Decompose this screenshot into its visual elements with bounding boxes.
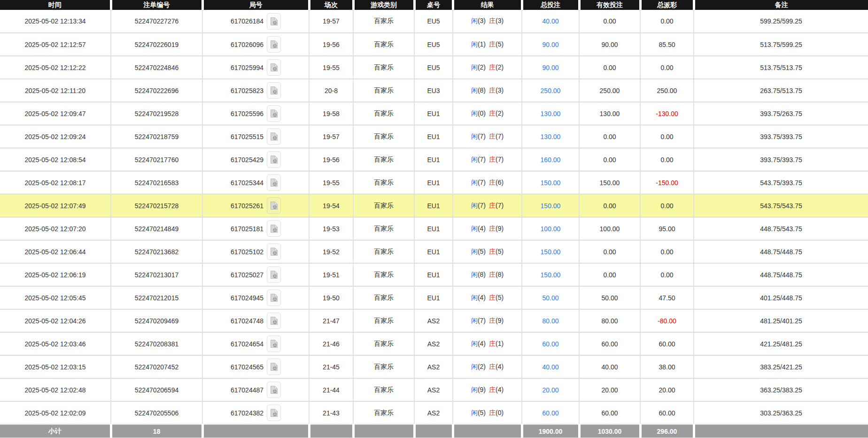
- cell-remark: 263.75/513.75: [694, 79, 868, 102]
- video-replay-button[interactable]: [267, 336, 281, 352]
- col-header-table-number: 桌号: [414, 0, 453, 10]
- cell-bet-number: 522470226019: [111, 33, 202, 56]
- player-result-score: (7): [478, 202, 486, 209]
- cell-table-number: EU1: [414, 171, 453, 194]
- bet-records-page: 时间 注单编号 局号 场次 游戏类别 桌号 结果 总投注 有效投注 总派彩 备注…: [0, 0, 868, 438]
- video-replay-button[interactable]: [267, 36, 281, 53]
- cell-game-type: 百家乐: [353, 332, 414, 355]
- video-replay-button[interactable]: [267, 128, 281, 145]
- video-replay-button[interactable]: [267, 82, 281, 99]
- total-bet-link[interactable]: 150.00: [541, 248, 561, 256]
- table-row[interactable]: 2025-05-02 12:07:49 522470215728 6170252…: [0, 194, 868, 217]
- cell-table-number: EU1: [414, 240, 453, 263]
- cell-result: 闲(8)庄(8): [453, 263, 522, 286]
- player-result-score: (2): [478, 63, 486, 71]
- cell-remark: 383.25/421.25: [694, 355, 868, 378]
- table-row[interactable]: 2025-05-02 12:06:44 522470213682 6170251…: [0, 240, 868, 263]
- banker-result-label: 庄: [489, 317, 496, 324]
- table-row[interactable]: 2025-05-02 12:02:09 522470205506 6170243…: [0, 401, 868, 424]
- table-row[interactable]: 2025-05-02 12:13:34 522470227276 6170261…: [0, 10, 868, 33]
- cell-game-type: 百家乐: [353, 378, 414, 401]
- table-row[interactable]: 2025-05-02 12:11:20 522470222696 6170258…: [0, 79, 868, 102]
- total-bet-link[interactable]: 80.00: [542, 317, 558, 325]
- round-number-text: 617024654: [231, 340, 264, 348]
- total-bet-link[interactable]: 90.00: [542, 41, 558, 48]
- total-bet-link[interactable]: 150.00: [541, 271, 561, 279]
- cell-round-number: 617026096: [202, 33, 309, 56]
- col-header-round-number: 局号: [202, 0, 309, 10]
- video-file-icon: [270, 408, 278, 417]
- cell-round-number: 617025429: [202, 148, 309, 171]
- cell-game-type: 百家乐: [353, 125, 414, 148]
- video-replay-button[interactable]: [267, 382, 281, 398]
- video-replay-button[interactable]: [267, 220, 281, 237]
- player-result-score: (0): [478, 110, 486, 117]
- cell-remark: 421.25/481.25: [694, 332, 868, 355]
- total-bet-link[interactable]: 150.00: [541, 179, 561, 187]
- cell-total-bet: 130.00: [522, 102, 579, 125]
- video-replay-button[interactable]: [267, 313, 281, 329]
- cell-bet-number: 522470216583: [111, 171, 202, 194]
- video-replay-button[interactable]: [267, 243, 281, 260]
- total-bet-link[interactable]: 100.00: [541, 225, 561, 233]
- table-row[interactable]: 2025-05-02 12:02:48 522470206594 6170244…: [0, 378, 868, 401]
- total-bet-link[interactable]: 40.00: [542, 17, 558, 25]
- table-row[interactable]: 2025-05-02 12:08:54 522470217760 6170254…: [0, 148, 868, 171]
- video-replay-button[interactable]: [267, 151, 281, 168]
- total-bet-link[interactable]: 250.00: [541, 87, 561, 94]
- video-replay-button[interactable]: [267, 13, 281, 30]
- video-replay-button[interactable]: [267, 266, 281, 283]
- video-file-icon: [270, 316, 278, 325]
- total-bet-link[interactable]: 20.00: [542, 386, 558, 394]
- cell-result: 闲(3)庄(3): [453, 10, 522, 33]
- table-row[interactable]: 2025-05-02 12:09:24 522470218759 6170255…: [0, 125, 868, 148]
- video-replay-button[interactable]: [267, 105, 281, 122]
- footer-payout: 296.00: [640, 424, 694, 438]
- total-bet-link[interactable]: 50.00: [542, 294, 558, 302]
- table-row[interactable]: 2025-05-02 12:07:20 522470214849 6170251…: [0, 217, 868, 240]
- cell-result: 闲(4)庄(9): [453, 217, 522, 240]
- video-replay-button[interactable]: [267, 289, 281, 306]
- table-row[interactable]: 2025-05-02 12:12:57 522470226019 6170260…: [0, 33, 868, 56]
- cell-payout: 95.00: [640, 217, 694, 240]
- player-result-label: 闲: [471, 179, 478, 186]
- cell-result: 闲(2)庄(2): [453, 56, 522, 79]
- cell-total-bet: 90.00: [522, 56, 579, 79]
- col-header-result: 结果: [453, 0, 522, 10]
- table-row[interactable]: 2025-05-02 12:05:45 522470212015 6170249…: [0, 286, 868, 309]
- footer-empty-cell: [309, 424, 353, 438]
- table-row[interactable]: 2025-05-02 12:06:19 522470213017 6170250…: [0, 263, 868, 286]
- video-replay-button[interactable]: [267, 59, 281, 76]
- cell-time: 2025-05-02 12:09:24: [0, 125, 111, 148]
- table-row[interactable]: 2025-05-02 12:12:22 522470224846 6170259…: [0, 56, 868, 79]
- video-file-icon: [270, 17, 278, 26]
- total-bet-link[interactable]: 130.00: [541, 110, 561, 117]
- total-bet-link[interactable]: 90.00: [542, 64, 558, 71]
- total-bet-link[interactable]: 130.00: [541, 133, 561, 141]
- table-row[interactable]: 2025-05-02 12:03:46 522470208381 6170246…: [0, 332, 868, 355]
- video-replay-button[interactable]: [267, 359, 281, 375]
- cell-remark: 448.75/448.75: [694, 240, 868, 263]
- video-file-icon: [270, 155, 278, 164]
- cell-valid-bet: 80.00: [579, 309, 640, 332]
- cell-remark: 543.75/393.75: [694, 171, 868, 194]
- total-bet-link[interactable]: 60.00: [542, 340, 558, 348]
- video-replay-button[interactable]: [267, 405, 281, 421]
- cell-payout: 38.00: [640, 355, 694, 378]
- total-bet-link[interactable]: 40.00: [542, 363, 558, 371]
- player-result-score: (8): [478, 86, 486, 94]
- total-bet-link[interactable]: 150.00: [541, 202, 561, 210]
- table-row[interactable]: 2025-05-02 12:09:47 522470219528 6170255…: [0, 102, 868, 125]
- table-row[interactable]: 2025-05-02 12:03:15 522470207452 6170245…: [0, 355, 868, 378]
- banker-result-score: (0): [496, 409, 504, 416]
- video-replay-button[interactable]: [267, 197, 281, 214]
- banker-result-label: 庄: [489, 86, 496, 94]
- total-bet-link[interactable]: 160.00: [541, 156, 561, 164]
- round-number-text: 617024945: [231, 294, 264, 302]
- cell-remark: 393.75/393.75: [694, 125, 868, 148]
- video-replay-button[interactable]: [267, 174, 281, 191]
- player-result-label: 闲: [471, 317, 478, 324]
- table-row[interactable]: 2025-05-02 12:04:26 522470209469 6170247…: [0, 309, 868, 332]
- table-row[interactable]: 2025-05-02 12:08:17 522470216583 6170253…: [0, 171, 868, 194]
- total-bet-link[interactable]: 60.00: [542, 409, 558, 417]
